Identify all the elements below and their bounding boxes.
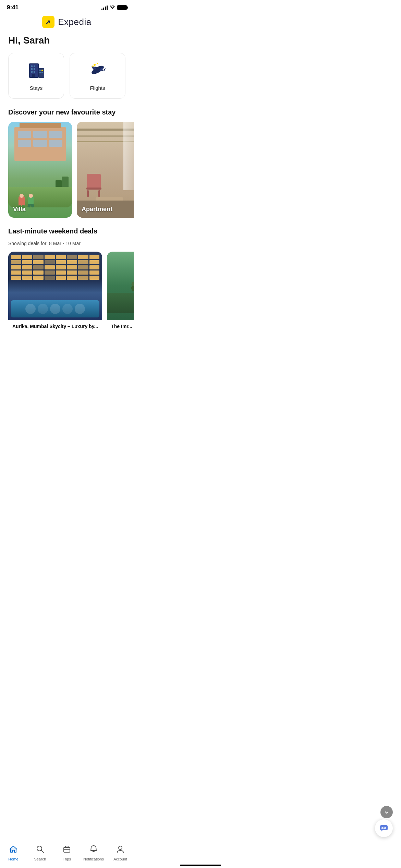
svg-rect-9	[32, 74, 35, 78]
flights-label: Flights	[90, 85, 105, 91]
svg-rect-5	[31, 68, 33, 70]
svg-point-18	[92, 65, 94, 67]
svg-rect-13	[39, 72, 41, 73]
stays-icon	[26, 61, 46, 82]
svg-rect-4	[34, 65, 35, 67]
stay-type-scroll: Villa	[0, 122, 134, 227]
svg-rect-7	[31, 71, 33, 73]
greeting-text: Hi, Sarah	[0, 32, 134, 53]
status-time: 9:41	[7, 4, 19, 11]
deals-subtitle: Showing deals for: 8 Mar - 10 Mar	[0, 241, 134, 252]
svg-point-17	[97, 63, 98, 64]
apartment-card[interactable]: Apartment	[77, 122, 134, 218]
stays-label: Stays	[30, 85, 43, 91]
svg-rect-12	[41, 70, 43, 71]
expedia-logo	[42, 16, 54, 28]
deals-scroll: Aurika, Mumbai Skycity – Luxury by... Th…	[0, 252, 134, 365]
flights-button[interactable]: Flights	[70, 53, 125, 99]
status-bar: 9:41	[0, 0, 134, 13]
battery-icon	[117, 5, 127, 10]
wifi-icon	[110, 5, 115, 10]
deal-name-2: The Imr...	[107, 320, 134, 331]
svg-rect-6	[34, 68, 35, 70]
villa-label: Villa	[13, 206, 26, 213]
signal-icon	[101, 5, 108, 10]
deal-name-1: Aurika, Mumbai Skycity – Luxury by...	[8, 320, 102, 331]
deal-card-1[interactable]: Aurika, Mumbai Skycity – Luxury by...	[8, 252, 102, 331]
deal-card-2[interactable]: The Imr...	[107, 252, 134, 331]
svg-rect-14	[41, 72, 43, 73]
quick-actions: Stays Flights	[0, 53, 134, 108]
svg-point-16	[94, 64, 96, 66]
deals-section-title: Last-minute weekend deals	[0, 227, 134, 241]
svg-rect-8	[34, 71, 35, 73]
status-icons	[101, 5, 127, 10]
discover-section-title: Discover your new favourite stay	[0, 108, 134, 122]
stays-button[interactable]: Stays	[8, 53, 64, 99]
flights-icon	[88, 61, 108, 82]
app-title: Expedia	[58, 17, 91, 27]
svg-rect-3	[31, 65, 33, 67]
villa-card[interactable]: Villa	[8, 122, 72, 218]
svg-rect-11	[39, 70, 41, 71]
apartment-label: Apartment	[82, 206, 112, 213]
app-header: Expedia	[0, 13, 134, 32]
